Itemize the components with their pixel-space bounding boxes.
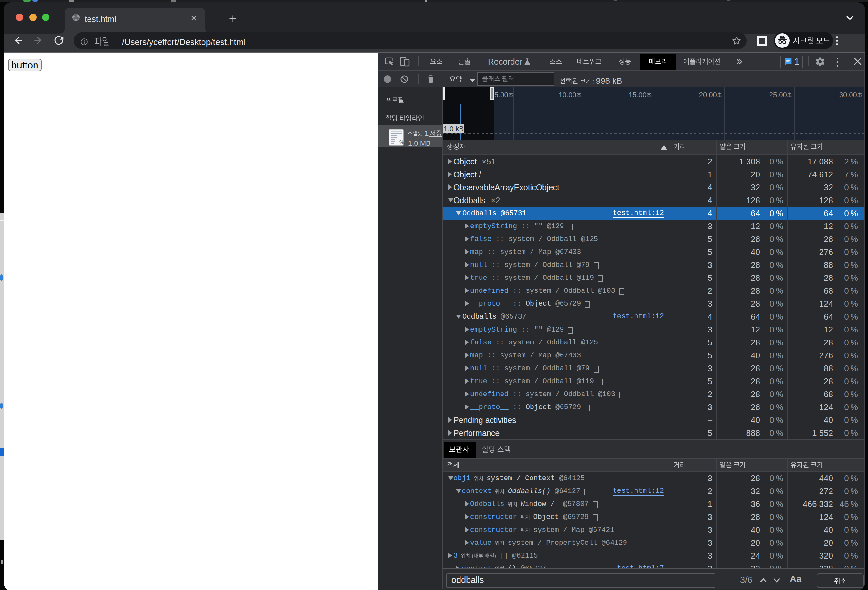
svg-text:%: %: [399, 140, 404, 145]
